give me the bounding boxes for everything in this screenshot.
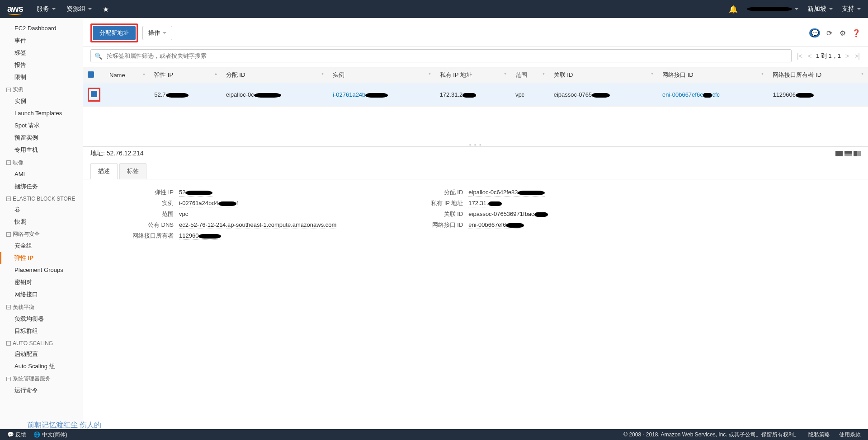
cell-owner-id: 1129606	[768, 83, 868, 107]
account-menu[interactable]	[747, 7, 798, 11]
sidebar-item[interactable]: 密钥对	[0, 276, 83, 289]
pin-icon[interactable]: ★	[103, 5, 109, 14]
sidebar-item[interactable]: Launch Templates	[0, 108, 83, 120]
feedback-badge-icon[interactable]: 💬	[809, 28, 820, 37]
label-private-ip: 私有 IP 地址	[391, 199, 463, 207]
sidebar-group[interactable]: −AUTO SCALING	[0, 337, 83, 348]
allocate-address-button[interactable]: 分配新地址	[93, 26, 136, 40]
sidebar-item[interactable]: Auto Scaling 组	[0, 360, 83, 373]
col-scope[interactable]: 范围▾	[511, 67, 549, 83]
sidebar-item[interactable]: EC2 Dashboard	[0, 23, 83, 35]
collapse-icon: −	[6, 160, 11, 165]
sidebar-item[interactable]: 预留实例	[0, 132, 83, 144]
pager-last-icon[interactable]: >|	[854, 52, 861, 60]
detail-body: 弹性 IP52 实例i-02761a24bd4f 范围vpc 公有 DNSec2…	[83, 179, 868, 249]
sidebar-item[interactable]: 标签	[0, 47, 83, 59]
sidebar-item[interactable]: 运行命令	[0, 384, 83, 397]
pager-prev-icon[interactable]: <	[807, 52, 812, 60]
sidebar-item[interactable]: 专用主机	[0, 144, 83, 156]
cell-eni-id[interactable]: eni-00b667ef6ecfc	[658, 83, 768, 107]
search-input[interactable]	[105, 51, 788, 60]
col-eni-id[interactable]: 网络接口 ID▾	[658, 67, 768, 83]
help-icon[interactable]: ❓	[852, 28, 861, 37]
search-box[interactable]: 🔍	[90, 49, 792, 62]
sidebar-item[interactable]: 限制	[0, 71, 83, 84]
layout-full-icon[interactable]	[854, 151, 861, 156]
col-assoc-id[interactable]: 关联 ID▾	[549, 67, 658, 83]
sidebar-item[interactable]: Spot 请求	[0, 120, 83, 132]
table-header-row: Name▾ 弹性 IP▴ 分配 ID▾ 实例▾ 私有 IP 地址▾ 范围▾ 关联…	[83, 67, 868, 83]
sidebar-item[interactable]: Placement Groups	[0, 264, 83, 276]
sidebar-item[interactable]: 网络接口	[0, 289, 83, 301]
sidebar-item[interactable]: AMI	[0, 169, 83, 181]
top-menu: 服务 资源组 ★	[37, 5, 109, 14]
sidebar-item[interactable]: 卷	[0, 204, 83, 216]
col-private-ip[interactable]: 私有 IP 地址▾	[435, 67, 511, 83]
sidebar[interactable]: EC2 Dashboard事件标签报告限制−实例实例Launch Templat…	[0, 18, 83, 429]
col-eip[interactable]: 弹性 IP▴	[150, 67, 221, 83]
cell-instance[interactable]: i-02761a24b	[328, 83, 435, 107]
value-assoc-id: eipassoc-076536971fbac	[468, 211, 547, 218]
value-instance[interactable]: i-02761a24bd4f	[179, 200, 238, 207]
tab-description[interactable]: 描述	[90, 163, 118, 179]
value-private-ip: 172.31.	[468, 200, 501, 207]
footer-language[interactable]: 🌐 中文(简体)	[33, 431, 67, 439]
cell-eip: 52.7	[150, 83, 221, 107]
layout-split-icon[interactable]	[844, 151, 852, 156]
row-checkbox[interactable]	[91, 91, 97, 97]
label-dns: 公有 DNS	[101, 221, 174, 229]
value-scope: vpc	[179, 211, 188, 218]
sidebar-group[interactable]: −负载平衡	[0, 301, 83, 313]
sidebar-item[interactable]: 报告	[0, 59, 83, 71]
sidebar-item[interactable]: 目标群组	[0, 325, 83, 337]
content-area: 分配新地址 操作 💬 ⟳ ⚙ ❓ 🔍 |< < 1 到 1，1 > >|	[83, 18, 868, 429]
collapse-icon: −	[6, 232, 11, 237]
pager-next-icon[interactable]: >	[844, 52, 850, 60]
col-owner-id[interactable]: 网络接口所有者 ID▾	[768, 67, 868, 83]
notifications-icon[interactable]: 🔔	[729, 5, 738, 14]
sidebar-item[interactable]: 负载均衡器	[0, 313, 83, 325]
sidebar-group[interactable]: −ELASTIC BLOCK STORE	[0, 193, 83, 204]
support-menu[interactable]: 支持	[842, 5, 861, 13]
cell-name	[105, 83, 150, 107]
sidebar-item[interactable]: 实例	[0, 95, 83, 108]
collapse-icon: −	[6, 377, 11, 381]
sidebar-item[interactable]: 快照	[0, 216, 83, 228]
col-alloc-id[interactable]: 分配 ID▾	[222, 67, 328, 83]
cell-private-ip: 172.31.2	[435, 83, 511, 107]
tab-tags[interactable]: 标签	[119, 163, 146, 179]
detail-tabs: 描述 标签	[83, 163, 868, 179]
actions-button[interactable]: 操作	[142, 26, 172, 40]
refresh-icon[interactable]: ⟳	[825, 28, 834, 37]
menu-resource-groups[interactable]: 资源组	[66, 5, 92, 13]
top-right: 🔔 新加坡 支持	[729, 5, 861, 14]
footer-terms[interactable]: 使用条款	[839, 431, 861, 439]
footer-privacy[interactable]: 隐私策略	[808, 431, 830, 439]
aws-logo[interactable]: aws	[7, 4, 23, 15]
top-nav-bar: aws 服务 资源组 ★ 🔔 新加坡 支持	[0, 0, 868, 18]
sidebar-item[interactable]: 捆绑任务	[0, 181, 83, 193]
table-row[interactable]: 52.7 eipalloc-0c i-02761a24b 172.31.2 vp…	[83, 83, 868, 107]
sidebar-item[interactable]: 启动配置	[0, 348, 83, 360]
layout-bottom-icon[interactable]	[835, 151, 843, 156]
pager-first-icon[interactable]: |<	[796, 52, 803, 60]
sidebar-group[interactable]: −实例	[0, 83, 83, 95]
search-row: 🔍 |< < 1 到 1，1 > >|	[83, 47, 868, 67]
sidebar-group[interactable]: −映像	[0, 156, 83, 169]
sidebar-group[interactable]: −网络与安全	[0, 228, 83, 240]
sidebar-item[interactable]: 安全组	[0, 240, 83, 252]
menu-services[interactable]: 服务	[37, 5, 56, 13]
col-instance[interactable]: 实例▾	[328, 67, 435, 83]
sidebar-item[interactable]: 弹性 IP	[0, 252, 83, 264]
collapse-icon: −	[6, 305, 11, 309]
panel-splitter[interactable]: ● ● ●	[83, 143, 868, 146]
sidebar-group[interactable]: −系统管理器服务	[0, 372, 83, 384]
sidebar-item[interactable]: 事件	[0, 35, 83, 47]
pager-text: 1 到 1，1	[816, 52, 841, 60]
footer-feedback[interactable]: 💬 反馈	[7, 431, 26, 439]
col-name[interactable]: Name▾	[105, 67, 150, 83]
select-all-checkbox[interactable]	[88, 71, 94, 78]
region-menu[interactable]: 新加坡	[807, 5, 833, 13]
footer-copyright: © 2008 - 2018, Amazon Web Services, Inc.…	[623, 431, 799, 439]
settings-gear-icon[interactable]: ⚙	[838, 28, 847, 37]
